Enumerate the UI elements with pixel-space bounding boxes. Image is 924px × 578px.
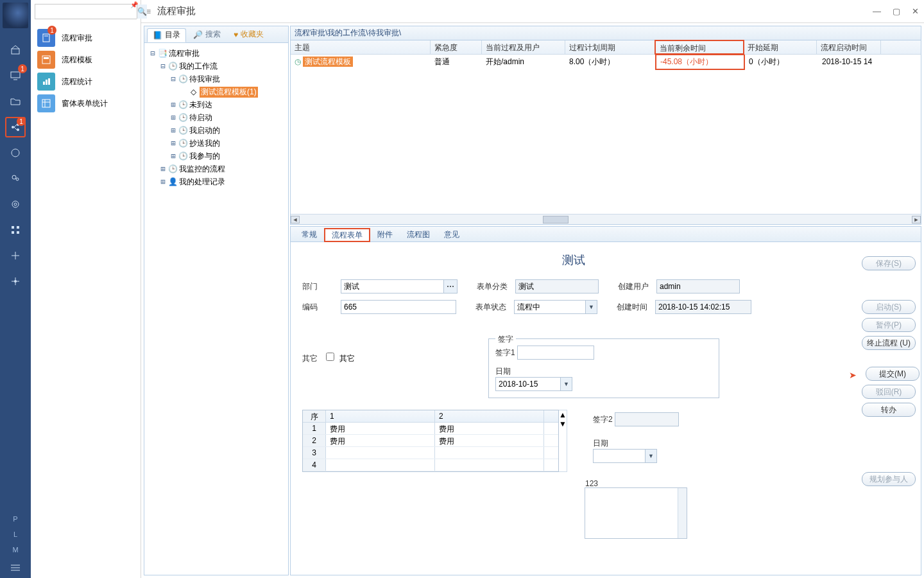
chevron-down-icon[interactable]: ▼ <box>646 449 657 463</box>
textarea-scrollbar[interactable] <box>678 488 687 538</box>
expand-icon[interactable]: ⊞ <box>169 100 178 109</box>
mini-row[interactable]: 1费用费用 <box>303 423 558 435</box>
mini-row[interactable]: 4 <box>303 459 558 471</box>
expand-icon[interactable]: ⊞ <box>169 126 178 135</box>
code-input[interactable] <box>341 300 456 314</box>
col-remain[interactable]: 当前剩余时间 <box>654 40 744 55</box>
terminate-button[interactable]: 终止流程 (U) <box>862 336 916 350</box>
other-checkbox[interactable] <box>326 353 334 361</box>
tree-template-node[interactable]: ◇测试流程模板(1) <box>146 85 287 98</box>
tree-pending[interactable]: ⊟🕒待我审批 <box>146 73 287 85</box>
col-plan[interactable]: 过程计划周期 <box>565 40 655 54</box>
collapse-icon[interactable]: ⊟ <box>169 74 178 83</box>
arrow-icon: ➤ <box>849 370 857 380</box>
text-area[interactable]: 123 <box>585 487 687 539</box>
pin-icon[interactable]: 📌 <box>130 1 138 8</box>
mh-1[interactable]: 1 <box>326 410 435 422</box>
chevron-down-icon[interactable]: ▼ <box>561 377 572 391</box>
tab-search[interactable]: 🔎搜索 <box>187 28 227 42</box>
col-current[interactable]: 当前过程及用户 <box>482 40 565 54</box>
expand-icon[interactable]: ⊞ <box>169 139 178 148</box>
monitor-icon[interactable]: 1 <box>5 66 26 86</box>
col-urgency[interactable]: 紧急度 <box>431 40 482 54</box>
maximize-button[interactable]: ▢ <box>893 6 900 16</box>
expand-icon[interactable]: ⊞ <box>158 164 167 173</box>
reject-button[interactable]: 驳回(R) <box>862 385 916 399</box>
plan-people-button[interactable]: 规划参与人 <box>862 472 916 486</box>
tab-directory[interactable]: 📘目录 <box>147 28 186 42</box>
pause-button[interactable]: 暂停(P) <box>862 318 916 332</box>
compass-icon[interactable] <box>5 245 26 266</box>
search-input[interactable] <box>35 4 137 19</box>
dtab-opinion[interactable]: 意见 <box>437 227 466 241</box>
nav-formstats[interactable]: 窗体表单统计 <box>35 92 137 114</box>
tree-pending-start[interactable]: ⊞🕒待启动 <box>146 111 287 124</box>
col-subject[interactable]: 主题 <box>291 40 431 54</box>
lookup-button[interactable]: ⋯ <box>443 279 458 293</box>
minimize-button[interactable]: — <box>873 6 881 16</box>
transfer-button[interactable]: 转办 <box>862 403 916 417</box>
nav-template[interactable]: 流程模板 <box>35 49 137 71</box>
tree-started-by-me[interactable]: ⊞🕒我启动的 <box>146 124 287 137</box>
col-start[interactable]: 流程启动时间 <box>817 40 881 54</box>
expand-icon[interactable]: ⊞ <box>158 177 167 186</box>
folder-icon[interactable] <box>5 91 26 112</box>
dtab-attach[interactable]: 附件 <box>370 227 400 241</box>
close-button[interactable]: ✕ <box>912 6 919 16</box>
start-button[interactable]: 启动(S) <box>862 300 916 314</box>
mini-row[interactable]: 3 <box>303 447 558 459</box>
collapse-icon[interactable]: ⊟ <box>158 62 167 71</box>
dtab-diagram[interactable]: 流程图 <box>400 227 437 241</box>
scroll-down-icon[interactable]: ▼ <box>559 419 567 428</box>
scroll-left-icon[interactable]: ◄ <box>291 216 300 223</box>
chevron-down-icon[interactable]: ▼ <box>586 300 597 314</box>
users-icon[interactable] <box>5 168 26 189</box>
grid-row[interactable]: ◷ 测试流程模板 普通 开始/admin 8.00（小时） -45.08（小时）… <box>291 55 921 69</box>
dtab-general[interactable]: 常规 <box>295 227 324 241</box>
letter-l[interactable]: L <box>13 527 17 542</box>
mini-vscroll[interactable]: ▲▼ <box>559 410 567 472</box>
link-icon[interactable] <box>5 143 26 163</box>
tree-root[interactable]: ⊟📑流程审批 <box>146 47 287 60</box>
tree-monitored[interactable]: ⊞🕒我监控的流程 <box>146 162 287 175</box>
gear-icon[interactable] <box>5 194 26 215</box>
scroll-right-icon[interactable]: ► <box>912 216 921 223</box>
nav-approval[interactable]: 流程审批 1 <box>35 27 137 49</box>
state-select[interactable]: ▼ <box>514 300 597 314</box>
move-icon[interactable] <box>5 271 26 292</box>
dept-input[interactable] <box>341 279 443 293</box>
tree-not-arrived[interactable]: ⊞🕒未到达 <box>146 98 287 111</box>
tree-my-workflow[interactable]: ⊟🕒我的工作流 <box>146 60 287 73</box>
date2-picker[interactable]: ▼ <box>593 449 679 463</box>
svg-rect-15 <box>12 231 14 234</box>
tree-cc-me[interactable]: ⊞🕒抄送我的 <box>146 137 287 150</box>
expand-icon[interactable]: ⊞ <box>169 152 178 161</box>
submit-button[interactable]: 提交(M) <box>866 367 920 381</box>
menu-icon[interactable] <box>5 560 26 575</box>
scroll-thumb[interactable] <box>543 216 569 223</box>
dtab-form[interactable]: 流程表单 <box>324 228 370 242</box>
date-picker[interactable]: ▼ <box>495 377 712 391</box>
mini-row[interactable]: 2费用费用 <box>303 435 558 447</box>
sign1-input[interactable] <box>517 346 594 360</box>
scroll-up-icon[interactable]: ▲ <box>559 410 567 419</box>
mh-2[interactable]: 2 <box>435 410 544 422</box>
svg-rect-30 <box>46 80 47 85</box>
horizontal-scrollbar[interactable]: ◄ ► <box>291 214 921 224</box>
tree-participated[interactable]: ⊞🕒我参与的 <box>146 150 287 162</box>
tree-my-records[interactable]: ⊞👤我的处理记录 <box>146 175 287 188</box>
tab-favorites[interactable]: ♥收藏夹 <box>228 28 270 42</box>
nav-stats[interactable]: 流程统计 <box>35 71 137 92</box>
hamburger-icon[interactable]: ≡ <box>146 7 151 16</box>
home-icon[interactable] <box>5 40 26 60</box>
collapse-icon[interactable]: ⊟ <box>148 49 157 58</box>
save-button[interactable]: 保存(S) <box>862 256 916 270</box>
svg-rect-1 <box>11 72 20 78</box>
workflow-icon[interactable]: 1 <box>5 117 26 137</box>
search-button[interactable]: 🔍 <box>137 4 147 19</box>
expand-icon[interactable]: ⊞ <box>169 113 178 122</box>
col-delay[interactable]: 开始延期 <box>744 40 817 54</box>
grid-icon[interactable] <box>5 220 26 240</box>
letter-p[interactable]: P <box>13 511 17 527</box>
letter-m[interactable]: M <box>12 542 18 557</box>
